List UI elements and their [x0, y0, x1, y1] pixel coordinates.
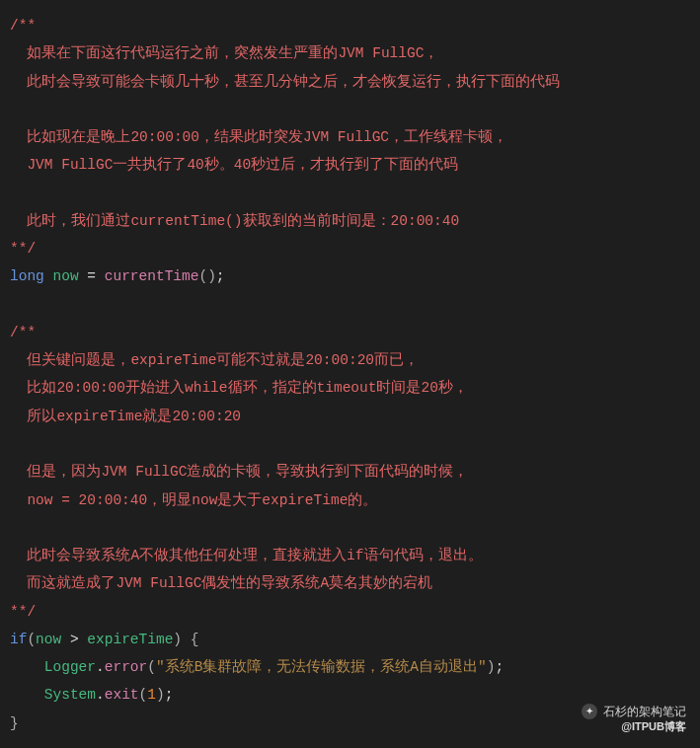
- var-expireTime: expireTime: [87, 632, 173, 647]
- comment-line: 此时会导致系统A不做其他任何处理，直接就进入if语句代码，退出。: [10, 548, 483, 563]
- fn-exit: exit: [105, 687, 139, 703]
- comment-line: 但是，因为JVM FullGC造成的卡顿，导致执行到下面代码的时候，: [10, 464, 468, 480]
- indent: [10, 687, 44, 703]
- semicolon: ;: [165, 687, 174, 703]
- class-System: System: [44, 687, 96, 703]
- keyword-long: long: [10, 268, 44, 284]
- comment-line: 如果在下面这行代码运行之前，突然发生严重的JVM FullGC，: [10, 45, 438, 61]
- fn-currentTime: currentTime: [105, 268, 199, 284]
- var-now-ref: now: [36, 632, 61, 647]
- var-now: now: [53, 268, 79, 284]
- code-block: /** 如果在下面这行代码运行之前，突然发生严重的JVM FullGC， 此时会…: [10, 12, 690, 737]
- lparen: (: [27, 632, 36, 647]
- comment-line: 比如20:00:00开始进入while循环，指定的timeout时间是20秒，: [10, 380, 468, 396]
- dot: .: [96, 687, 105, 703]
- lparen: (: [147, 659, 156, 675]
- string-literal: "系统B集群故障，无法传输数据，系统A自动退出": [156, 659, 487, 675]
- op-eq: =: [79, 268, 105, 284]
- number-1: 1: [147, 687, 156, 703]
- fn-error: error: [105, 659, 148, 675]
- comment-line: 此时，我们通过currentTime()获取到的当前时间是：20:00:40: [10, 213, 459, 229]
- comment-line: JVM FullGC一共执行了40秒。40秒过后，才执行到了下面的代码: [10, 157, 458, 173]
- lparen: (: [139, 687, 148, 703]
- comment-line: /**: [10, 325, 36, 340]
- semicolon: ;: [495, 659, 504, 675]
- rbrace: }: [10, 715, 19, 731]
- comment-line: 此时会导致可能会卡顿几十秒，甚至几分钟之后，才会恢复运行，执行下面的代码: [10, 74, 560, 90]
- comment-line: **/: [10, 241, 36, 257]
- comment-line: 但关键问题是，expireTime可能不过就是20:00:20而已，: [10, 352, 419, 368]
- class-Logger: Logger: [44, 659, 96, 675]
- comment-line: 所以expireTime就是20:00:20: [10, 409, 241, 424]
- semicolon: ;: [216, 268, 225, 284]
- comment-line: /**: [10, 18, 36, 34]
- dot: .: [96, 659, 105, 675]
- comment-line: 而这就造成了JVM FullGC偶发性的导致系统A莫名其妙的宕机: [10, 575, 432, 591]
- comment-line: 比如现在是晚上20:00:00，结果此时突发JVM FullGC，工作线程卡顿，: [10, 129, 507, 145]
- rparen: ): [156, 687, 165, 703]
- parens: (): [198, 268, 215, 284]
- indent: [10, 659, 44, 675]
- rparen: ): [173, 632, 182, 647]
- comment-line: **/: [10, 604, 36, 620]
- lbrace: {: [182, 632, 198, 647]
- keyword-if: if: [10, 632, 27, 647]
- comment-line: now = 20:00:40，明显now是大于expireTime的。: [10, 492, 377, 508]
- op-gt: >: [61, 632, 87, 647]
